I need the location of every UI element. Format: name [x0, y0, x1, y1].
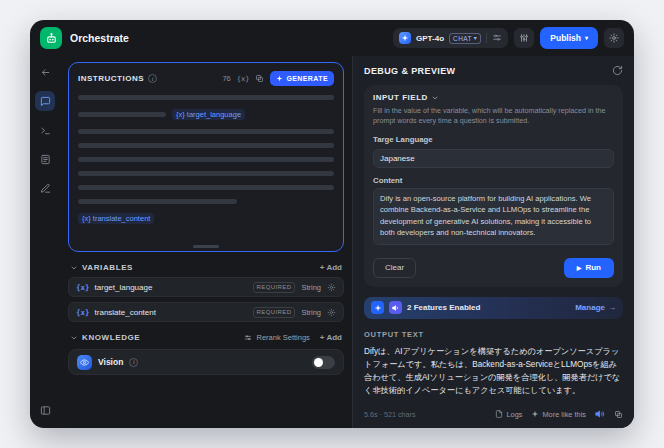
variable-settings-icon[interactable]	[327, 283, 336, 292]
chevron-down-icon[interactable]	[70, 334, 78, 342]
output-text-title: OUTPUT TEXT	[364, 330, 623, 339]
rerank-settings-button[interactable]: Rerank Settings	[244, 333, 309, 342]
output-meta: 5.6s · 521 chars	[364, 410, 416, 419]
skeleton-line	[78, 143, 334, 148]
add-variable-button[interactable]: + Add	[320, 263, 342, 272]
output-footer: 5.6s · 521 chars Logs More like this	[364, 409, 623, 419]
play-icon: ▶	[577, 264, 582, 271]
nav-rail	[30, 56, 60, 428]
instructions-title: INSTRUCTIONS	[78, 74, 144, 83]
publish-button[interactable]: Publish▾	[540, 27, 598, 49]
input-field-description: Fill in the value of the variable, which…	[373, 106, 614, 127]
skeleton-line	[78, 95, 334, 100]
variable-type: String	[301, 283, 321, 292]
skeleton-line	[78, 112, 166, 117]
back-icon[interactable]	[35, 62, 55, 82]
debug-panel: DEBUG & PREVIEW INPUT FIELD Fill in the …	[352, 56, 634, 428]
target-language-input[interactable]	[373, 149, 614, 168]
collapse-sidebar-icon[interactable]	[35, 400, 55, 420]
vision-eye-icon	[77, 355, 92, 370]
variable-brace-icon: {x}	[76, 308, 90, 317]
logs-button[interactable]: Logs	[495, 410, 522, 419]
char-count: 76	[222, 74, 230, 83]
clear-button[interactable]: Clear	[373, 258, 416, 278]
refresh-icon[interactable]	[612, 65, 623, 76]
feature-model-icon	[371, 301, 384, 314]
required-badge: REQUIRED	[253, 282, 296, 293]
model-mode-badge[interactable]: CHAT▾	[449, 33, 481, 44]
variable-name: translate_content	[95, 308, 156, 317]
model-icon	[399, 32, 411, 44]
input-field-title[interactable]: INPUT FIELD	[373, 93, 614, 102]
vision-toggle[interactable]	[312, 356, 335, 369]
variable-name: target_language	[95, 283, 153, 292]
generate-button[interactable]: GENERATE	[270, 71, 334, 86]
variables-title: VARIABLES	[82, 263, 133, 272]
variable-token-translate-content[interactable]: {x} translate_content	[78, 213, 154, 224]
speaker-icon[interactable]	[595, 409, 605, 419]
nav-orchestrate-icon[interactable]	[35, 91, 55, 111]
debug-title: DEBUG & PREVIEW	[364, 66, 456, 76]
skeleton-line	[78, 171, 334, 176]
copy-icon[interactable]	[255, 74, 264, 83]
skeleton-line	[78, 157, 334, 162]
skeleton-line	[78, 199, 237, 204]
app-logo-icon	[40, 27, 62, 49]
variable-token-target-language[interactable]: {x} target_language	[172, 109, 245, 120]
scrollbar-handle[interactable]	[193, 245, 219, 248]
insert-variable-icon[interactable]: {x}	[237, 75, 250, 83]
topbar-actions: GPT-4o CHAT▾ Publish▾	[393, 27, 624, 49]
copy-output-icon[interactable]	[614, 410, 623, 419]
model-name: GPT-4o	[416, 34, 444, 43]
knowledge-header: KNOWLEDGE Rerank Settings + Add	[70, 333, 342, 342]
manage-features-button[interactable]: Manage →	[575, 303, 616, 312]
page-title: Orchestrate	[70, 32, 129, 44]
nav-api-icon[interactable]	[35, 120, 55, 140]
features-enabled-text: 2 Features Enabled	[407, 303, 480, 312]
skeleton-line	[78, 129, 334, 134]
info-icon: i	[129, 358, 138, 367]
model-params-icon[interactable]	[492, 33, 502, 43]
features-enabled-bar[interactable]: 2 Features Enabled Manage →	[364, 297, 623, 319]
divider	[486, 33, 487, 43]
variable-type: String	[301, 308, 321, 317]
chevron-down-icon: ▾	[585, 35, 588, 41]
tune-button[interactable]	[514, 28, 534, 48]
arrow-right-icon: →	[608, 303, 616, 312]
app-body: INSTRUCTIONS i 76 {x} GENERATE	[30, 56, 634, 428]
instructions-editor[interactable]: INSTRUCTIONS i 76 {x} GENERATE	[68, 62, 344, 252]
skeleton-line	[78, 185, 334, 190]
model-selector[interactable]: GPT-4o CHAT▾	[393, 28, 508, 48]
variables-header: VARIABLES + Add	[70, 263, 342, 272]
variable-row-translate-content[interactable]: {x} translate_content REQUIRED String	[68, 302, 344, 322]
info-icon: i	[148, 74, 157, 83]
settings-gear-button[interactable]	[604, 28, 624, 48]
form-actions: Clear ▶ Run	[373, 258, 614, 278]
debug-header: DEBUG & PREVIEW	[364, 65, 623, 76]
run-button[interactable]: ▶ Run	[564, 258, 614, 278]
more-like-this-button[interactable]: More like this	[531, 410, 586, 419]
knowledge-title: KNOWLEDGE	[82, 333, 140, 342]
add-knowledge-button[interactable]: + Add	[320, 333, 342, 342]
orchestrate-panel: INSTRUCTIONS i 76 {x} GENERATE	[60, 56, 352, 428]
instructions-header: INSTRUCTIONS i 76 {x} GENERATE	[78, 71, 334, 86]
input-field-card: INPUT FIELD Fill in the value of the var…	[364, 85, 623, 287]
variable-row-target-language[interactable]: {x} target_language REQUIRED String	[68, 277, 344, 297]
nav-annotations-icon[interactable]	[35, 178, 55, 198]
vision-label: Vision	[98, 357, 123, 367]
toggle-knob	[314, 358, 323, 367]
variable-brace-icon: {x}	[76, 283, 90, 292]
chevron-down-icon: ▾	[474, 35, 477, 41]
chevron-down-icon[interactable]	[70, 264, 78, 272]
output-text-body: Difyは、AIアプリケーションを構築するためのオープンソースプラットフォームで…	[364, 345, 623, 398]
field-label-target-language: Targe Language	[373, 135, 614, 144]
variable-settings-icon[interactable]	[327, 308, 336, 317]
topbar: Orchestrate GPT-4o CHAT▾	[30, 20, 634, 56]
field-label-content: Content	[373, 176, 614, 185]
nav-logs-icon[interactable]	[35, 149, 55, 169]
required-badge: REQUIRED	[253, 307, 296, 318]
feature-speech-icon	[389, 301, 402, 314]
vision-feature-card: Vision i	[68, 349, 344, 375]
content-textarea[interactable]: Dify is an open-source platform for buil…	[373, 188, 614, 245]
app-window: Orchestrate GPT-4o CHAT▾	[30, 20, 634, 428]
